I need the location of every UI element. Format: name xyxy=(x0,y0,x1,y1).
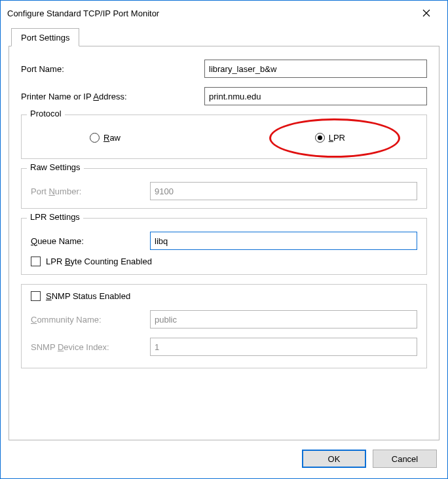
titlebar: Configure Standard TCP/IP Port Monitor xyxy=(1,1,447,26)
input-snmp-index xyxy=(150,338,417,356)
group-lpr-settings: LPR Settings Queue Name: LPR Byte Counti… xyxy=(21,218,427,275)
row-port-number: Port Number: xyxy=(31,182,417,200)
label-community-name: Community Name: xyxy=(31,315,150,325)
group-snmp: SNMP Status Enabled Community Name: SNMP… xyxy=(21,284,427,368)
tabstrip: Port Settings xyxy=(9,28,439,46)
radio-lpr[interactable] xyxy=(315,133,325,143)
input-port-number xyxy=(150,182,417,200)
close-button[interactable] xyxy=(412,4,441,22)
dialog-window: Configure Standard TCP/IP Port Monitor P… xyxy=(0,0,448,479)
legend-lpr-settings: LPR Settings xyxy=(27,212,83,222)
client-area: Port Settings Port Name: Printer Name or… xyxy=(1,26,447,478)
row-printer-address: Printer Name or IP Address: xyxy=(21,87,427,105)
row-port-name: Port Name: xyxy=(21,60,427,78)
input-queue-name[interactable] xyxy=(150,232,417,250)
ok-button[interactable]: OK xyxy=(302,450,366,468)
tab-label: Port Settings xyxy=(21,33,69,43)
group-raw-settings: Raw Settings Port Number: xyxy=(21,168,427,209)
label-snmp-index: SNMP Device Index: xyxy=(31,342,150,352)
tabpage: Port Name: Printer Name or IP Address: P… xyxy=(9,46,439,440)
input-community-name xyxy=(150,310,417,328)
checkbox-byte-counting[interactable] xyxy=(31,257,41,266)
group-protocol: Protocol Raw LPR xyxy=(21,115,427,159)
row-byte-counting[interactable]: LPR Byte Counting Enabled xyxy=(31,257,417,266)
row-community-name: Community Name: xyxy=(31,310,417,328)
input-printer-address[interactable] xyxy=(204,87,427,105)
label-snmp-enabled: SNMP Status Enabled xyxy=(46,291,130,301)
checkbox-snmp-enabled[interactable] xyxy=(31,291,41,301)
legend-raw-settings: Raw Settings xyxy=(27,162,84,172)
button-bar: OK Cancel xyxy=(9,440,439,470)
label-port-name: Port Name: xyxy=(21,64,204,74)
radio-lpr-label: LPR xyxy=(329,133,345,143)
close-icon xyxy=(422,9,430,17)
radio-raw-label: Raw xyxy=(103,133,121,143)
row-queue-name: Queue Name: xyxy=(31,232,417,250)
radio-raw[interactable] xyxy=(90,133,100,143)
legend-protocol: Protocol xyxy=(27,109,65,118)
cancel-button[interactable]: Cancel xyxy=(373,450,437,468)
label-queue-name: Queue Name: xyxy=(31,236,150,246)
window-title: Configure Standard TCP/IP Port Monitor xyxy=(7,9,412,18)
tab-port-settings[interactable]: Port Settings xyxy=(11,28,79,46)
row-snmp-enabled[interactable]: SNMP Status Enabled xyxy=(31,291,417,301)
label-byte-counting: LPR Byte Counting Enabled xyxy=(46,257,152,266)
row-snmp-index: SNMP Device Index: xyxy=(31,338,417,356)
label-printer-address: Printer Name or IP Address: xyxy=(21,92,204,101)
radio-raw-wrap[interactable]: Raw xyxy=(90,133,121,143)
label-port-number: Port Number: xyxy=(31,186,150,196)
radio-lpr-wrap[interactable]: LPR xyxy=(315,133,345,143)
protocol-options: Raw LPR xyxy=(31,124,417,151)
input-port-name[interactable] xyxy=(204,60,427,78)
